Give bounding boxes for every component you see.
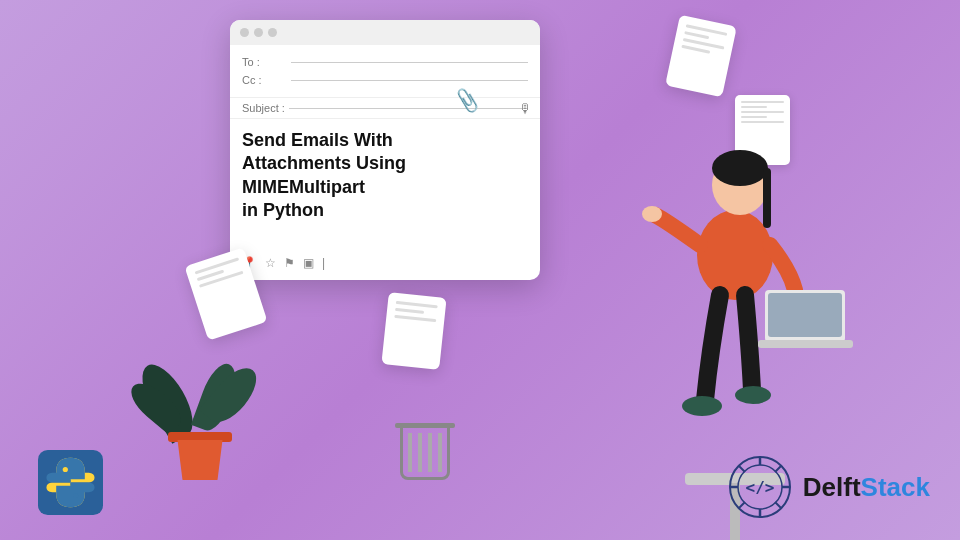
window-dot-1 (240, 28, 249, 37)
title-line1: Send Emails With (242, 130, 393, 150)
email-header-fields: To : Cc : (230, 45, 540, 98)
svg-line-20 (775, 502, 781, 508)
basket-lines (403, 428, 447, 477)
email-window: To : Cc : Subject : 🎙 Send Emails With A… (230, 20, 540, 280)
delftstack-logo: </> DelftStack (728, 455, 930, 520)
box-icon: ▣ (303, 256, 314, 270)
to-label: To : (242, 56, 287, 68)
mic-icon: 🎙 (519, 101, 532, 116)
paperclip-icon: 📎 (453, 86, 482, 114)
svg-point-4 (642, 206, 662, 222)
svg-point-2 (712, 150, 768, 186)
svg-rect-8 (768, 293, 842, 337)
email-title: Send Emails With Attachments Using MIMEM… (242, 129, 528, 223)
svg-line-22 (739, 502, 745, 508)
svg-point-0 (697, 210, 773, 300)
window-dot-3 (268, 28, 277, 37)
delft-text: Delft (803, 472, 861, 502)
to-field-row: To : (242, 53, 528, 71)
svg-text:</>: </> (745, 478, 774, 497)
subject-label: Subject : (242, 102, 285, 114)
title-line4: in Python (242, 200, 324, 220)
title-line3: MIMEMultipart (242, 177, 365, 197)
svg-line-21 (775, 466, 781, 472)
basket-body (400, 425, 450, 480)
delftstack-emblem: </> (728, 455, 793, 520)
doc-line (681, 45, 710, 54)
window-titlebar (230, 20, 540, 45)
python-logo (38, 450, 103, 515)
doc-line (395, 308, 425, 314)
subject-row: Subject : 🎙 (230, 98, 540, 119)
doc-line (396, 301, 438, 308)
subject-line (289, 108, 528, 109)
svg-point-6 (735, 386, 771, 404)
to-line (291, 62, 528, 63)
doc-line (394, 315, 436, 322)
cc-label: Cc : (242, 74, 287, 86)
trash-basket (395, 415, 455, 480)
person-illustration (580, 90, 860, 490)
email-body: Send Emails With Attachments Using MIMEM… (230, 119, 540, 233)
basket-line (408, 433, 412, 472)
svg-point-11 (63, 467, 68, 472)
svg-line-19 (739, 466, 745, 472)
email-footer: 📍 ☆ ⚑ ▣ | (242, 256, 325, 270)
basket-line (428, 433, 432, 472)
plant (160, 320, 240, 480)
cc-field-row: Cc : (242, 71, 528, 89)
divider: | (322, 256, 325, 270)
basket-line (438, 433, 442, 472)
basket-line (418, 433, 422, 472)
stack-text: Stack (861, 472, 930, 502)
svg-point-12 (73, 493, 78, 498)
svg-rect-9 (758, 340, 853, 348)
svg-rect-3 (763, 168, 771, 228)
title-line2: Attachments Using (242, 153, 406, 173)
window-dot-2 (254, 28, 263, 37)
star-icon: ☆ (265, 256, 276, 270)
svg-point-5 (682, 396, 722, 416)
delftstack-brand-text: DelftStack (803, 472, 930, 503)
pot (175, 440, 225, 480)
floating-doc-3 (381, 292, 446, 370)
flag-icon: ⚑ (284, 256, 295, 270)
cc-line (291, 80, 528, 81)
